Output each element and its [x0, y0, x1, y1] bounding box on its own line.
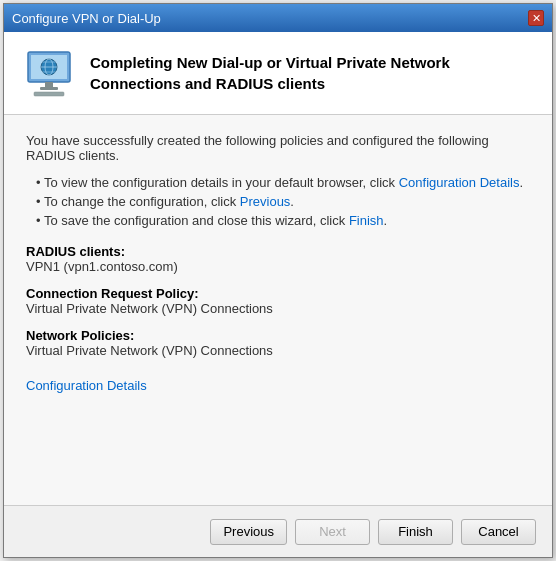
bullet-item-2: To change the configuration, click Previ… [26, 194, 530, 209]
computer-icon [24, 48, 74, 98]
close-button[interactable]: ✕ [528, 10, 544, 26]
previous-link-inline[interactable]: Previous [240, 194, 291, 209]
bullet-3-after: . [384, 213, 388, 228]
bullet-3-before: To save the configuration and close this… [44, 213, 349, 228]
cancel-button[interactable]: Cancel [461, 519, 536, 545]
bullet-1-after: . [519, 175, 523, 190]
config-link-section: Configuration Details [26, 378, 530, 393]
bullet-2-after: . [290, 194, 294, 209]
svg-rect-7 [45, 82, 53, 87]
title-bar-label: Configure VPN or Dial-Up [12, 11, 161, 26]
radius-clients-section: RADIUS clients: VPN1 (vpn1.contoso.com) [26, 244, 530, 274]
svg-rect-8 [40, 87, 58, 90]
radius-clients-label: RADIUS clients: [26, 244, 530, 259]
finish-button[interactable]: Finish [378, 519, 453, 545]
header-section: Completing New Dial-up or Virtual Privat… [4, 32, 552, 115]
radius-clients-value: VPN1 (vpn1.contoso.com) [26, 259, 530, 274]
bullet-1-before: To view the configuration details in you… [44, 175, 399, 190]
configuration-details-link[interactable]: Configuration Details [26, 378, 147, 393]
footer: Previous Next Finish Cancel [4, 505, 552, 557]
title-bar: Configure VPN or Dial-Up ✕ [4, 4, 552, 32]
finish-link-inline[interactable]: Finish [349, 213, 384, 228]
connection-request-section: Connection Request Policy: Virtual Priva… [26, 286, 530, 316]
bullet-item-3: To save the configuration and close this… [26, 213, 530, 228]
content-area: Completing New Dial-up or Virtual Privat… [4, 32, 552, 505]
header-title: Completing New Dial-up or Virtual Privat… [90, 52, 532, 94]
config-details-link-inline[interactable]: Configuration Details [399, 175, 520, 190]
main-content: You have successfully created the follow… [4, 115, 552, 505]
intro-text: You have successfully created the follow… [26, 133, 530, 163]
connection-request-value: Virtual Private Network (VPN) Connection… [26, 301, 530, 316]
svg-rect-9 [34, 92, 64, 96]
close-icon: ✕ [532, 12, 541, 25]
title-bar-text-group: Configure VPN or Dial-Up [12, 11, 161, 26]
network-policies-label: Network Policies: [26, 328, 530, 343]
previous-button[interactable]: Previous [210, 519, 287, 545]
next-button[interactable]: Next [295, 519, 370, 545]
bullet-item-1: To view the configuration details in you… [26, 175, 530, 190]
network-policies-value: Virtual Private Network (VPN) Connection… [26, 343, 530, 358]
bullet-2-before: To change the configuration, click [44, 194, 240, 209]
bullet-list: To view the configuration details in you… [26, 175, 530, 228]
wizard-window: Configure VPN or Dial-Up ✕ [3, 3, 553, 558]
network-policies-section: Network Policies: Virtual Private Networ… [26, 328, 530, 358]
connection-request-label: Connection Request Policy: [26, 286, 530, 301]
